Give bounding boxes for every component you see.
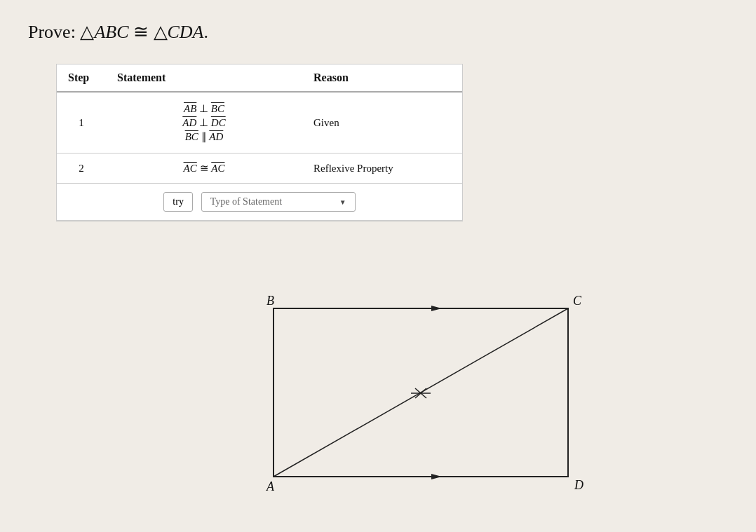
page: Prove: △ABC ≅ △CDA. Step Statement Reaso…: [0, 0, 756, 532]
chevron-down-icon: ▼: [339, 198, 346, 206]
perp-symbol-1: ⊥: [199, 103, 211, 114]
step-1-number: 1: [57, 92, 106, 154]
statement-dropdown[interactable]: Type of Statement ▼: [201, 192, 356, 212]
bc-overline: BC: [211, 103, 224, 114]
ad-overline: AD: [182, 117, 196, 128]
statement-1b: AD ⊥ DC: [117, 116, 291, 129]
triangle-abc: ABC: [94, 22, 128, 42]
diagonal-ac: [274, 308, 568, 477]
step-header: Step: [57, 64, 106, 92]
ab-overline: AB: [184, 103, 196, 114]
congruent-symbol-2: ≅: [200, 163, 212, 174]
perp-symbol-2: ⊥: [199, 117, 211, 128]
proof-table: Step Statement Reason 1 AB ⊥ BC: [57, 64, 462, 221]
proof-table-container: Step Statement Reason 1 AB ⊥ BC: [56, 64, 463, 221]
label-d: D: [574, 478, 583, 492]
congruent-symbol: ≅ △: [129, 22, 168, 42]
diagram-svg: B C A D: [259, 294, 596, 498]
label-c: C: [573, 294, 582, 308]
parallel-symbol: ∥: [201, 131, 210, 142]
ad-overline-2: AD: [209, 131, 223, 142]
arrow-bc: [431, 306, 442, 311]
label-b: B: [266, 294, 274, 308]
statement-1c: BC ∥ AD: [117, 130, 291, 143]
bc-overline-2: BC: [185, 131, 198, 142]
try-button[interactable]: try: [163, 192, 193, 212]
step-1-reason: Given: [302, 92, 462, 154]
statement-1a: AB ⊥ BC: [117, 102, 291, 115]
ac-overline-1: AC: [184, 163, 197, 174]
step-2-number: 2: [57, 154, 106, 184]
reason-header: Reason: [302, 64, 462, 92]
step-2-statement: AC ≅ AC: [106, 154, 302, 184]
prove-header: Prove: △ABC ≅ △CDA.: [28, 21, 728, 43]
table-row-2: 2 AC ≅ AC Reflexive Property: [57, 154, 462, 184]
step-2-reason: Reflexive Property: [302, 154, 462, 184]
label-a: A: [266, 479, 275, 493]
dropdown-label: Type of Statement: [210, 196, 282, 207]
ac-overline-2: AC: [211, 163, 224, 174]
geometry-diagram: B C A D: [259, 294, 596, 500]
try-row: try Type of Statement ▼: [57, 184, 462, 221]
table-row-1: 1 AB ⊥ BC AD ⊥ DC BC: [57, 92, 462, 154]
triangle-cda: CDA: [168, 22, 204, 42]
table-header-row: Step Statement Reason: [57, 64, 462, 92]
period: .: [204, 22, 209, 42]
prove-label: Prove: △: [28, 22, 94, 42]
try-row-cell: try Type of Statement ▼: [57, 184, 462, 221]
step-1-statement: AB ⊥ BC AD ⊥ DC BC ∥ AD: [106, 92, 302, 154]
statement-header: Statement: [106, 64, 302, 92]
statement-2: AC ≅ AC: [184, 163, 225, 174]
arrow-ad: [431, 474, 442, 479]
dc-overline: DC: [211, 117, 226, 128]
